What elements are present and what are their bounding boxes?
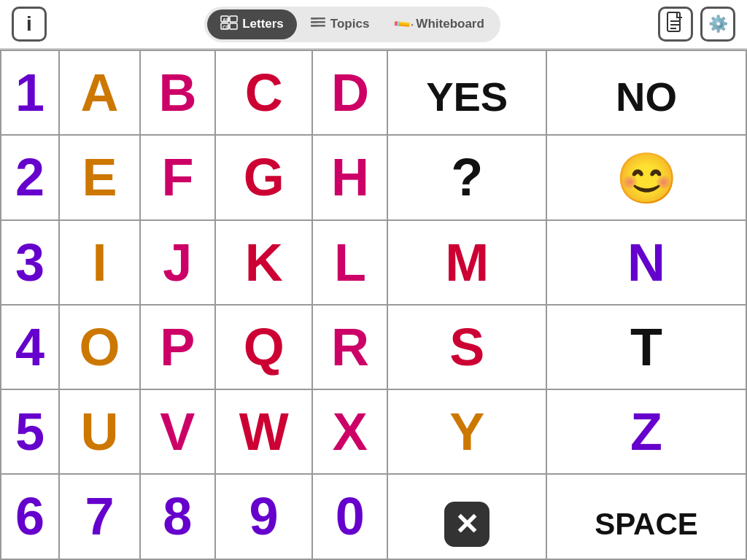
- grid-cell[interactable]: F: [140, 135, 215, 220]
- cell-text: C: [245, 63, 283, 122]
- letter-grid: 1ABCDYESNO2EFGH?😊3IJKLMN4OPQRST5UVWXYZ67…: [0, 50, 747, 560]
- cell-text: 8: [163, 487, 192, 545]
- cell-text: 4: [15, 318, 44, 376]
- grid-cell[interactable]: B: [140, 50, 215, 135]
- cell-text: 6: [15, 487, 44, 545]
- grid-cell[interactable]: H: [312, 135, 387, 220]
- document-icon: [666, 12, 685, 36]
- svg-rect-9: [311, 18, 317, 20]
- grid-cell[interactable]: E: [59, 135, 140, 220]
- cell-text: 0: [336, 487, 365, 545]
- cell-text: H: [331, 148, 369, 206]
- grid-cell[interactable]: W: [215, 389, 312, 474]
- grid-cell[interactable]: G: [215, 135, 312, 220]
- cell-text: T: [630, 318, 662, 376]
- tab-topics[interactable]: Topics: [297, 10, 383, 39]
- svg-text:CD: CD: [222, 24, 230, 29]
- grid-cell[interactable]: U: [59, 389, 140, 474]
- grid-body: 1ABCDYESNO2EFGH?😊3IJKLMN4OPQRST5UVWXYZ67…: [1, 50, 746, 559]
- grid-cell[interactable]: L: [312, 220, 387, 305]
- grid-cell[interactable]: N: [546, 220, 746, 305]
- grid-cell[interactable]: SPACE: [546, 474, 746, 559]
- grid-cell[interactable]: Z: [546, 389, 746, 474]
- smiley-icon: 😊: [616, 150, 678, 206]
- grid-cell[interactable]: O: [59, 305, 140, 389]
- cell-text: 9: [249, 487, 279, 545]
- cell-text: W: [239, 402, 289, 461]
- cell-text: O: [80, 318, 120, 376]
- cell-text: V: [160, 402, 195, 461]
- grid-cell[interactable]: 3: [1, 220, 59, 305]
- grid-cell[interactable]: I: [59, 220, 140, 305]
- grid-cell[interactable]: 0: [312, 474, 387, 559]
- grid-cell[interactable]: Q: [215, 305, 312, 389]
- cell-text: I: [93, 233, 107, 292]
- grid-cell[interactable]: M: [387, 220, 546, 305]
- cell-text: Q: [244, 318, 285, 376]
- cell-text: M: [445, 233, 489, 292]
- cell-text: F: [161, 148, 193, 206]
- grid-cell[interactable]: 9: [215, 474, 312, 559]
- whiteboard-tab-label: Whiteboard: [416, 17, 484, 31]
- grid-cell[interactable]: K: [215, 220, 312, 305]
- grid-cell[interactable]: 😊: [546, 135, 746, 220]
- svg-text:AB: AB: [222, 17, 230, 22]
- settings-button[interactable]: ⚙️: [700, 7, 735, 42]
- grid-cell[interactable]: 6: [1, 474, 59, 559]
- table-row: 4OPQRST: [1, 305, 746, 389]
- grid-cell[interactable]: 2: [1, 135, 59, 220]
- backspace-icon: ✕: [444, 502, 489, 547]
- grid-cell[interactable]: Y: [387, 389, 546, 474]
- grid-cell[interactable]: P: [140, 305, 215, 389]
- grid-cell[interactable]: J: [140, 220, 215, 305]
- grid-cell[interactable]: R: [312, 305, 387, 389]
- cell-text: E: [82, 148, 117, 206]
- cell-text: Y: [449, 402, 484, 461]
- right-buttons: ⚙️: [658, 7, 735, 42]
- table-row: 1ABCDYESNO: [1, 50, 746, 135]
- grid-cell[interactable]: S: [387, 305, 546, 389]
- info-button[interactable]: i: [12, 7, 47, 42]
- cell-text: G: [244, 148, 285, 206]
- cell-text: 3: [15, 233, 44, 292]
- space-label: SPACE: [595, 507, 698, 541]
- grid-cell[interactable]: V: [140, 389, 215, 474]
- tab-whiteboard[interactable]: ✏️ Whiteboard: [382, 10, 498, 38]
- info-icon: i: [26, 12, 32, 36]
- cell-text: 5: [15, 402, 44, 461]
- grid-cell[interactable]: X: [312, 389, 387, 474]
- grid-cell[interactable]: 1: [1, 50, 59, 135]
- grid-cell[interactable]: 4: [1, 305, 59, 389]
- svg-rect-10: [311, 21, 317, 23]
- cell-text: A: [81, 63, 119, 122]
- grid-cell[interactable]: YES: [387, 50, 546, 135]
- grid-cell[interactable]: 8: [140, 474, 215, 559]
- cell-text: R: [331, 318, 369, 376]
- settings-icon: ⚙️: [708, 15, 728, 34]
- grid-cell[interactable]: 7: [59, 474, 140, 559]
- cell-text: NO: [616, 74, 677, 120]
- grid-cell[interactable]: A: [59, 50, 140, 135]
- topics-tab-icon: [310, 16, 326, 33]
- grid-cell[interactable]: D: [312, 50, 387, 135]
- header: i AB CD Letters: [0, 0, 747, 50]
- topics-tab-label: Topics: [330, 17, 370, 31]
- cell-text: P: [160, 318, 195, 376]
- grid-cell[interactable]: 5: [1, 389, 59, 474]
- cell-text: Z: [630, 402, 662, 461]
- cell-text: ?: [451, 148, 483, 206]
- svg-rect-3: [230, 23, 237, 29]
- cell-text: YES: [426, 74, 508, 120]
- grid-cell[interactable]: C: [215, 50, 312, 135]
- cell-text: D: [331, 63, 369, 122]
- grid-cell[interactable]: ?: [387, 135, 546, 220]
- whiteboard-tab-icon: ✏️: [392, 13, 415, 36]
- table-row: 2EFGH?😊: [1, 135, 746, 220]
- document-button[interactable]: [658, 7, 693, 42]
- grid-cell[interactable]: NO: [546, 50, 746, 135]
- tab-letters[interactable]: AB CD Letters: [207, 9, 297, 39]
- grid-cell[interactable]: ✕: [387, 474, 546, 559]
- cell-text: S: [449, 318, 484, 376]
- grid-cell[interactable]: T: [546, 305, 746, 389]
- table-row: 67890 ✕ SPACE: [1, 474, 746, 559]
